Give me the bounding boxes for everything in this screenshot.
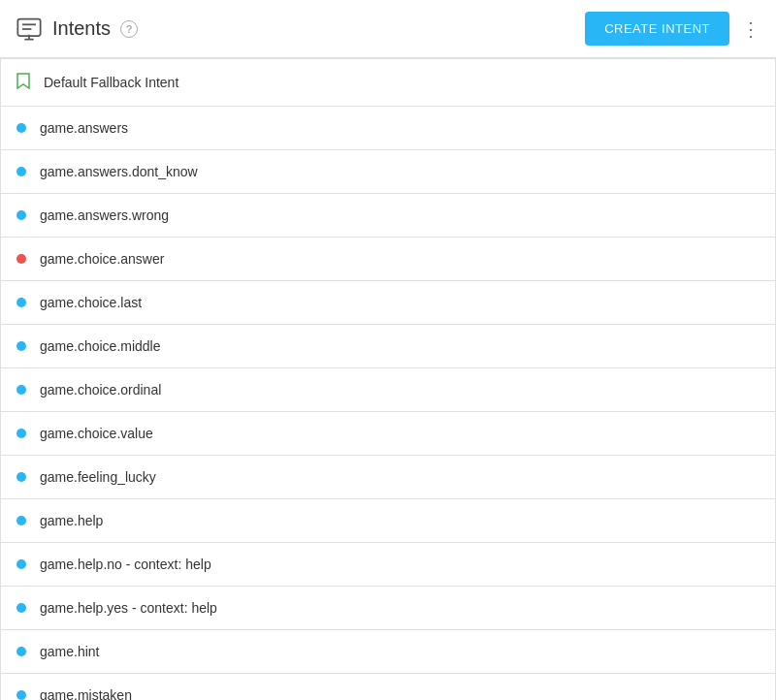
status-dot: [16, 429, 26, 438]
status-dot: [16, 123, 26, 133]
intent-name: game.help.yes - context: help: [40, 600, 217, 616]
intent-list: Default Fallback Intentgame.answersgame.…: [0, 58, 776, 700]
list-item[interactable]: game.mistaken: [1, 674, 775, 700]
intent-name: game.choice.ordinal: [40, 382, 161, 398]
list-item[interactable]: game.answers: [1, 107, 775, 150]
svg-rect-0: [17, 18, 40, 36]
help-icon[interactable]: ?: [120, 20, 138, 38]
status-dot: [16, 298, 26, 307]
intent-name: game.help: [40, 513, 103, 528]
intent-name: game.feeling_lucky: [40, 469, 156, 485]
intent-name: Default Fallback Intent: [44, 75, 178, 90]
header-left: Intents ?: [16, 16, 138, 43]
intent-name: game.answers.dont_know: [40, 164, 198, 179]
header-right: CREATE INTENT ⋮: [585, 12, 760, 46]
intent-name: game.answers: [40, 120, 128, 136]
status-dot: [16, 559, 26, 569]
create-intent-button[interactable]: CREATE INTENT: [585, 12, 729, 46]
list-item[interactable]: game.choice.value: [1, 412, 775, 456]
list-item[interactable]: Default Fallback Intent: [1, 59, 775, 107]
status-dot: [16, 603, 26, 613]
list-item[interactable]: game.choice.answer: [1, 238, 775, 281]
status-dot: [16, 472, 26, 482]
intent-name: game.answers.wrong: [40, 207, 169, 223]
status-dot: [16, 167, 26, 176]
page-header: Intents ? CREATE INTENT ⋮: [0, 0, 776, 58]
intents-icon: [16, 16, 43, 43]
intent-name: game.choice.last: [40, 295, 142, 310]
list-item[interactable]: game.help.yes - context: help: [1, 587, 775, 630]
intent-name: game.hint: [40, 644, 99, 659]
list-item[interactable]: game.answers.wrong: [1, 194, 775, 238]
status-dot: [16, 647, 26, 656]
intent-name: game.mistaken: [40, 687, 132, 700]
intent-name: game.choice.middle: [40, 338, 161, 354]
status-dot: [16, 385, 26, 395]
list-item[interactable]: game.hint: [1, 630, 775, 674]
page-title: Intents: [52, 17, 111, 40]
status-dot: [16, 690, 26, 700]
list-item[interactable]: game.feeling_lucky: [1, 456, 775, 499]
list-item[interactable]: game.choice.ordinal: [1, 368, 775, 412]
status-dot: [16, 516, 26, 525]
intent-name: game.choice.answer: [40, 251, 164, 267]
status-dot: [16, 341, 26, 351]
status-dot: [16, 254, 26, 264]
list-item[interactable]: game.choice.middle: [1, 325, 775, 368]
intent-name: game.choice.value: [40, 426, 153, 441]
status-dot: [16, 210, 26, 220]
list-item[interactable]: game.help.no - context: help: [1, 543, 775, 587]
list-item[interactable]: game.answers.dont_know: [1, 150, 775, 194]
list-item[interactable]: game.choice.last: [1, 281, 775, 325]
intent-name: game.help.no - context: help: [40, 557, 211, 572]
list-item[interactable]: game.help: [1, 499, 775, 543]
more-options-icon[interactable]: ⋮: [741, 17, 760, 41]
bookmark-icon: [16, 73, 30, 92]
